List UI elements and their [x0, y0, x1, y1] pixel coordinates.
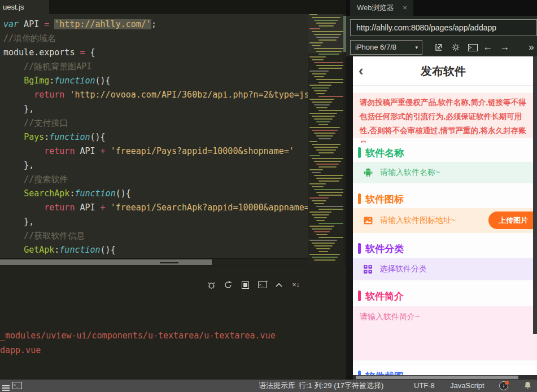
- code-line: SearchApk:function(){: [3, 187, 308, 201]
- code-line: //支付接口: [3, 116, 308, 130]
- scrollbar-grip: [160, 262, 178, 263]
- code-line: module.exports = {: [3, 46, 308, 60]
- upload-image-button[interactable]: 上传图片: [488, 212, 537, 229]
- more-tools-icon[interactable]: »: [525, 40, 537, 55]
- code-line: return API + 'freeapi/SearchApk?appid=10…: [3, 201, 308, 215]
- stop-icon[interactable]: [240, 280, 250, 290]
- app-intro-textarea[interactable]: 请输入软件简介~: [353, 306, 537, 360]
- web-browser-tab-label: Web浏览器: [357, 3, 394, 12]
- terminal-icon[interactable]: >_: [12, 382, 22, 389]
- status-bar: >_ 语法提示库 行:1 列:29 (17字符被选择) UTF-8 JavaSc…: [0, 380, 537, 392]
- page-title: 发布软件: [353, 64, 534, 79]
- editor-tab-label: uest.js: [3, 3, 24, 11]
- device-select-value: iPhone 6/7/8: [355, 43, 396, 51]
- preview-horizontal-scrollbar[interactable]: [353, 375, 537, 380]
- language-mode-status[interactable]: JavaScript: [450, 380, 484, 392]
- section-bar: [358, 243, 361, 254]
- code-editor[interactable]: var API = 'http://ahlly.com/';//填你的域名mod…: [0, 14, 308, 258]
- android-icon: [363, 168, 373, 178]
- console-icon[interactable]: >_: [466, 40, 479, 55]
- syntax-lib-status[interactable]: 语法提示库: [259, 380, 295, 392]
- hbuilderx-window: uest.js var API = 'http://ahlly.com/';//…: [0, 0, 537, 392]
- section-label: 软件名称: [365, 147, 404, 160]
- update-notification-icon[interactable]: ↓: [499, 381, 508, 390]
- addapp-page: ‹ 发布软件 请勿投稿严重侵权产品,软件名称,简介,链接等不得包括任何形式的引流…: [353, 56, 537, 376]
- collapse-panel-icon[interactable]: [274, 280, 284, 290]
- editor-horizontal-scrollbar-thumb[interactable]: [0, 259, 212, 265]
- address-bar-input[interactable]: http://ahlly.com:8080/pages/app/addapp: [350, 19, 537, 36]
- preview-vertical-scrollbar[interactable]: [533, 56, 537, 334]
- code-lines: var API = 'http://ahlly.com/';//填你的域名mod…: [3, 17, 308, 257]
- section-title-app-name: 软件名称: [353, 143, 537, 162]
- chevron-down-icon: ▾: [415, 41, 418, 54]
- forward-arrow-icon[interactable]: →: [498, 40, 512, 55]
- code-line: },: [3, 102, 308, 116]
- section-label: 软件图标: [365, 193, 404, 206]
- code-line: },: [3, 158, 308, 173]
- console-toolbar: >_+ ×↓: [206, 279, 336, 291]
- section-label: 软件分类: [365, 243, 404, 256]
- app-icon-url-input[interactable]: 请输入软件图标地址~ 上传图片: [353, 208, 537, 233]
- section-bar: [358, 193, 361, 204]
- encoding-status[interactable]: UTF-8: [414, 380, 435, 392]
- section-title-app-intro: 软件简介: [353, 286, 537, 305]
- app-name-placeholder: 请输入软件名称~: [380, 168, 440, 178]
- page-header: ‹ 发布软件: [353, 56, 537, 86]
- app-category-placeholder: 选择软件分类: [379, 264, 427, 274]
- section-title-app-screenshots: 软件截图: [353, 366, 537, 376]
- code-line: //搜索软件: [3, 173, 308, 187]
- web-browser-tab[interactable]: Web浏览器 ×: [350, 0, 413, 16]
- code-line: GetApk:function(){: [3, 243, 308, 257]
- device-select[interactable]: iPhone 6/7/8 ▾: [350, 40, 422, 55]
- section-bar: [358, 147, 361, 158]
- clear-console-icon[interactable]: ×↓: [291, 280, 301, 290]
- console-line: _modules/uview-ui/components/u-textarea/…: [0, 328, 346, 343]
- code-line: //获取软件信息: [3, 229, 308, 243]
- restart-icon[interactable]: [223, 280, 233, 290]
- code-line: //随机背景图API: [3, 60, 308, 74]
- outline-icon[interactable]: [2, 384, 10, 392]
- editor-tab-request-js[interactable]: uest.js: [0, 0, 49, 14]
- code-line: Pays:function(){: [3, 130, 308, 144]
- notification-badge: [505, 381, 509, 385]
- preview-horizontal-scrollbar-thumb[interactable]: [356, 376, 518, 379]
- browser-toolbar: http://ahlly.com:8080/pages/app/addapp i…: [346, 16, 537, 56]
- section-title-app-icon: 软件图标: [353, 189, 537, 208]
- new-terminal-icon[interactable]: >_+: [257, 280, 267, 290]
- code-line: //填你的域名: [3, 32, 308, 46]
- minimap[interactable]: [308, 14, 343, 266]
- section-bar: [358, 290, 361, 301]
- cursor-position-status[interactable]: 行:1 列:29 (17字符被选择): [299, 380, 383, 392]
- code-line: var API = 'http://ahlly.com/';: [3, 17, 308, 32]
- console-line: dapp.vue: [0, 343, 346, 358]
- code-line: BgImg:function(){: [3, 74, 308, 88]
- editor-horizontal-scrollbar[interactable]: [0, 259, 308, 266]
- code-line: },: [3, 215, 308, 229]
- editor-tabbar: uest.js: [0, 0, 346, 14]
- detach-window-icon[interactable]: [432, 40, 446, 55]
- back-arrow-icon[interactable]: ←: [481, 40, 495, 55]
- debug-icon[interactable]: [206, 280, 216, 290]
- app-category-select[interactable]: 选择软件分类: [353, 258, 537, 280]
- settings-gear-icon[interactable]: [449, 40, 462, 55]
- console-output: _modules/uview-ui/components/u-textarea/…: [0, 328, 346, 358]
- mobile-preview: ‹ 发布软件 请勿投稿严重侵权产品,软件名称,简介,链接等不得包括任何形式的引流…: [346, 56, 537, 376]
- app-name-input[interactable]: 请输入软件名称~: [353, 162, 537, 183]
- warning-notice: 请勿投稿严重侵权产品,软件名称,简介,链接等不得包括任何形式的引流行为,必须保证…: [353, 93, 537, 138]
- minimap-viewport: [308, 14, 343, 54]
- image-icon: [363, 215, 373, 226]
- bell-icon[interactable]: [524, 381, 531, 389]
- console-panel: >_+ ×↓ _modules/uview-ui/components/u-te…: [0, 266, 346, 380]
- code-line: return API + 'freeapi/Pays?appid=10000&s…: [3, 144, 308, 158]
- browser-panel-tabbar: Web浏览器 ×: [346, 0, 537, 16]
- app-icon-placeholder: 请输入软件图标地址~: [380, 215, 456, 226]
- close-tab-icon[interactable]: ×: [403, 3, 407, 12]
- code-line: return 'http://ovooa.com/API/360bz/api.p…: [3, 88, 308, 102]
- grid-icon: [363, 265, 373, 274]
- section-title-app-category: 软件分类: [353, 239, 537, 258]
- section-label: 软件简介: [365, 290, 404, 303]
